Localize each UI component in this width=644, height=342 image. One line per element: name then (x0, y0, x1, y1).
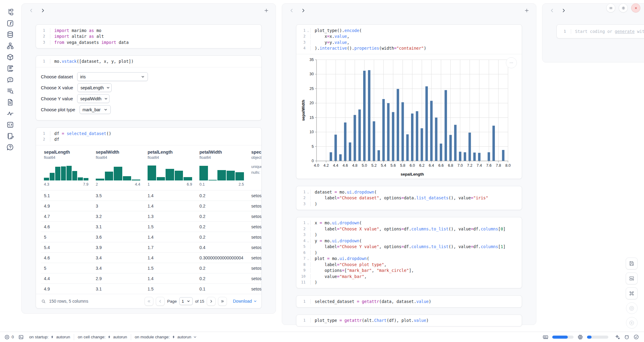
column-scroll-left-icon[interactable] (549, 7, 555, 14)
scratchpad-icon[interactable] (6, 132, 14, 140)
table-cell: 1.4 (145, 276, 196, 281)
search-icon[interactable] (41, 299, 46, 304)
settings-icon[interactable] (619, 3, 628, 12)
choose-dataset-select[interactable]: iris (77, 72, 148, 81)
on-startup-setting[interactable]: on startup: autorun (29, 335, 70, 339)
command-icon[interactable] (626, 287, 638, 299)
table-cell: 0.2 (196, 235, 248, 240)
notebook-cell[interactable]: 1plot_type = getattr(alt.Chart(df), plot… (296, 315, 522, 327)
column-header-species[interactable]: speciesobjectunique:nulls: (248, 150, 262, 190)
column-header-petalLength[interactable]: petalLengthfloat6416.9 (145, 150, 196, 190)
table-cell: setosa (248, 276, 262, 281)
column-header-sepalWidth[interactable]: sepalWidthfloat6424.4 (93, 150, 145, 190)
code-editor[interactable]: 1plot_type = getattr(alt.Chart(df), plot… (296, 315, 522, 326)
notebook-cell[interactable]: 1dataset = mo.ui.dropdown(2 label="Choos… (296, 186, 522, 210)
notebook-cell[interactable]: 1df = selected_dataset()2dfsepalLengthfl… (36, 127, 262, 308)
download-button[interactable]: Download (233, 299, 257, 304)
add-cell-icon[interactable] (523, 7, 530, 14)
notebook-cell[interactable]: 1selected_dataset = getattr(data, datase… (296, 295, 522, 308)
add-cell-icon[interactable] (263, 7, 270, 14)
svg-text:5.2: 5.2 (371, 163, 377, 168)
table-cell: 3 (93, 204, 145, 208)
last-page-button[interactable] (218, 297, 227, 306)
first-page-button[interactable] (145, 297, 153, 306)
code-editor[interactable]: 1df = selected_dataset()2df (36, 128, 261, 145)
documentation-icon[interactable] (6, 64, 14, 72)
check-circle-icon[interactable] (633, 334, 639, 340)
code-placeholder[interactable]: Start coding or generate with (571, 29, 644, 34)
on-module-change-setting[interactable]: on module change: autorun (135, 335, 197, 339)
fold-chevron-icon[interactable] (307, 30, 309, 34)
code-editor[interactable]: 1import marimo as mo2import altair as al… (36, 25, 261, 48)
help-icon[interactable] (6, 143, 14, 151)
table-cell: setosa (248, 214, 262, 219)
sparkles-icon[interactable] (614, 334, 620, 340)
svg-text:30: 30 (309, 72, 314, 76)
snippets-icon[interactable] (6, 98, 14, 106)
close-icon[interactable] (631, 3, 640, 12)
table-cell: 3.6 (93, 235, 145, 240)
choose-y-value-select[interactable]: sepalWidth (77, 94, 109, 103)
notebook-cell[interactable]: 1import marimo as mo2import altair as al… (36, 24, 262, 48)
column-scroll-left-icon[interactable] (28, 7, 34, 14)
code-editor[interactable]: 1plot_type().encode(2 x=x.value,3 y=y.va… (296, 25, 522, 54)
next-page-button[interactable] (207, 297, 216, 306)
prev-page-button[interactable] (156, 297, 165, 306)
histogram-range: 24.4 (96, 182, 140, 190)
empty-cell[interactable]: 1Start coding or generate with (556, 24, 644, 38)
error-count-icon[interactable] (4, 334, 10, 340)
ai-assistant-icon[interactable] (624, 334, 630, 340)
notebook-cell[interactable]: 1plot_type().encode(2 x=x.value,3 y=y.va… (296, 24, 522, 179)
column-header-petalWidth[interactable]: petalWidthfloat640.12.5 (196, 150, 248, 190)
line-number: 9 (296, 268, 310, 273)
column-scroll-right-icon[interactable] (300, 7, 306, 14)
status-left: 0 on startup: autorun on cell change: au… (4, 334, 197, 340)
control-row: Choose X valuesepalLength (41, 83, 256, 92)
column-scroll-left-icon[interactable] (288, 7, 295, 14)
table-cell: 3.4 (93, 266, 145, 271)
functions-icon[interactable]: f (6, 19, 14, 27)
column-scroll-right-icon[interactable] (560, 7, 567, 14)
fold-chevron-icon[interactable] (307, 222, 309, 226)
page-select[interactable]: 1 (179, 297, 193, 305)
altair-bar-chart[interactable]: 4.04.24.44.64.85.05.25.45.65.86.06.26.46… (296, 54, 522, 179)
svg-text:7.4: 7.4 (477, 163, 482, 168)
code-line: label="Choose dataset", options=data.lis… (310, 195, 488, 200)
chat-icon[interactable] (6, 76, 14, 84)
code-editor[interactable]: 1x = mo.ui.dropdown(2 label="Choose X va… (296, 217, 522, 288)
logs-icon[interactable] (6, 87, 14, 95)
fold-chevron-icon[interactable] (307, 191, 309, 195)
generate-with-ai-link[interactable]: generate (615, 29, 635, 34)
stop-icon[interactable] (626, 302, 638, 314)
choose-x-value-select[interactable]: sepalLength (77, 83, 112, 92)
code-editor[interactable]: 1selected_dataset = getattr(data, datase… (296, 296, 522, 307)
code-editor[interactable]: 1mo.vstack([dataset, x, y, plot]) (36, 56, 261, 67)
table-cell: setosa (248, 224, 262, 229)
dependency-graph-icon[interactable] (6, 42, 14, 50)
tracing-icon[interactable] (6, 109, 14, 117)
svg-text:5: 5 (312, 144, 314, 149)
datasources-icon[interactable] (6, 30, 14, 38)
notebook-cell[interactable]: 1x = mo.ui.dropdown(2 label="Choose X va… (296, 217, 522, 289)
notebook-cell[interactable]: 1mo.vstack([dataset, x, y, plot])Choose … (36, 55, 262, 121)
chart-actions-button[interactable] (506, 57, 517, 68)
status-bar: 0 on startup: autorun on cell change: au… (0, 332, 644, 342)
file-explorer-icon[interactable] (6, 8, 14, 16)
fold-chevron-icon[interactable] (307, 240, 309, 244)
play-icon[interactable] (626, 317, 638, 329)
menu-icon[interactable] (606, 3, 615, 12)
code-editor[interactable]: 1dataset = mo.ui.dropdown(2 label="Choos… (296, 186, 522, 210)
packages-icon[interactable] (6, 53, 14, 61)
terminal-icon[interactable] (18, 334, 24, 340)
column-scroll-right-icon[interactable] (39, 7, 46, 14)
column-header-sepalLength[interactable]: sepalLengthfloat644.37.9 (41, 150, 93, 190)
svg-text:sepalLength: sepalLength (401, 172, 424, 176)
layout-icon[interactable] (626, 273, 638, 284)
code-line: ) (310, 250, 317, 255)
fold-chevron-icon[interactable] (307, 258, 309, 262)
api-icon[interactable] (6, 121, 14, 129)
choose-plot-type-select[interactable]: mark_bar (80, 105, 111, 114)
save-icon[interactable] (626, 258, 638, 269)
column-2-cells: 1plot_type().encode(2 x=x.value,3 y=y.va… (282, 17, 536, 326)
on-cell-change-setting[interactable]: on cell change: autorun (78, 335, 127, 339)
